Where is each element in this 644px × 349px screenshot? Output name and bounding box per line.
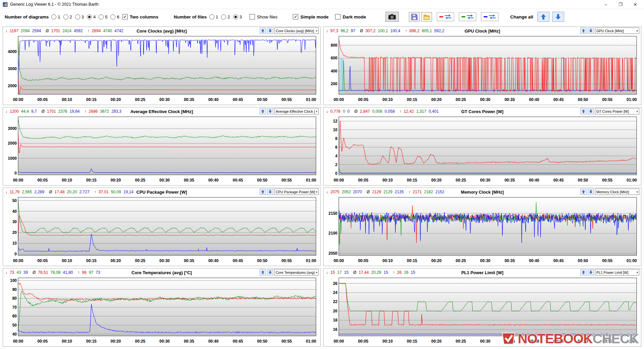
svg-text:01:00: 01:00: [306, 97, 316, 102]
metric-dropdown[interactable]: GT Cores Power [W] ▾: [595, 108, 639, 114]
files-radio-3[interactable]: 3: [233, 14, 242, 19]
stat-max-file2: 97: [89, 270, 93, 275]
chart-panel-controls: Core Clocks (avg) [MHz] ▾: [260, 28, 319, 34]
chevron-down-icon: ▾: [636, 29, 638, 33]
svg-text:00:10: 00:10: [382, 97, 393, 102]
svg-text:6: 6: [335, 145, 337, 150]
diagrams-radio-1[interactable]: 1: [51, 14, 60, 19]
chart-panel-header: ↓ 0,778 0 0 Ø 2,847 0,008 0,058 ↑ 12,42 …: [325, 108, 639, 115]
average-symbol: Ø: [367, 190, 370, 194]
check-icon: ✓: [123, 15, 127, 19]
svg-text:80: 80: [12, 296, 17, 301]
svg-text:00:55: 00:55: [602, 178, 612, 183]
two-columns-checkbox[interactable]: ✓ Two columns: [122, 14, 158, 19]
diagrams-radio-5[interactable]: 5: [99, 14, 107, 19]
radio-circle: [110, 14, 115, 19]
screenshot-button[interactable]: [385, 12, 399, 22]
svg-text:00:55: 00:55: [602, 97, 612, 102]
svg-text:00:40: 00:40: [208, 339, 219, 344]
show-files-checkbox[interactable]: ✓ Show files: [250, 14, 278, 19]
move-chart-down-button[interactable]: [267, 108, 273, 114]
avg-stats-group: Ø 307,2 100,1 100,4: [360, 29, 400, 33]
svg-text:00:25: 00:25: [135, 97, 146, 102]
simple-mode-checkbox[interactable]: ✓ Simple mode: [293, 14, 328, 19]
move-chart-down-button[interactable]: [588, 28, 594, 34]
swap-file2-color-button[interactable]: [459, 12, 476, 21]
min-arrow-icon: ↓: [5, 29, 7, 33]
close-button[interactable]: ✕: [628, 0, 643, 9]
svg-text:00:35: 00:35: [504, 339, 515, 344]
max-stats-group: ↑ 2694 4740 4742: [88, 29, 123, 33]
svg-text:00:00: 00:00: [334, 258, 344, 263]
svg-text:00:40: 00:40: [529, 178, 539, 183]
files-radio-2[interactable]: 2: [221, 14, 230, 19]
stat-max-file3: 293,3: [111, 109, 121, 114]
move-chart-down-button[interactable]: [588, 269, 594, 276]
stat-avg-file2: 20,20: [67, 190, 77, 194]
metric-dropdown[interactable]: Memory Clock [MHz] ▾: [595, 189, 639, 195]
svg-text:40: 40: [12, 332, 17, 337]
svg-text:00:45: 00:45: [233, 339, 243, 344]
move-chart-down-button[interactable]: [588, 189, 594, 195]
svg-text:00:45: 00:45: [233, 178, 243, 183]
metric-dropdown[interactable]: Core Temperatures (avg) [°C] ▾: [274, 269, 319, 276]
stat-min-file2: 44,4: [21, 109, 29, 114]
metric-dropdown[interactable]: Average Effective Clock [MHz] ▾: [274, 108, 319, 114]
metric-dropdown-value: Average Effective Clock [MHz]: [276, 109, 315, 113]
move-chart-up-button[interactable]: [260, 108, 266, 114]
move-chart-down-button[interactable]: [588, 108, 594, 114]
stat-max-file2: 2182: [424, 190, 433, 194]
svg-text:00:20: 00:20: [431, 178, 442, 183]
save-button[interactable]: [409, 12, 420, 21]
move-chart-down-button[interactable]: [267, 269, 273, 276]
max-arrow-icon: ↑: [409, 190, 411, 194]
metric-dropdown-value: Memory Clock [MHz]: [596, 190, 636, 194]
max-stats-group: ↑ 2171 2182 2152: [409, 190, 444, 194]
svg-text:00:50: 00:50: [257, 97, 268, 102]
chart-panel-header: ↓ 11,79 2,565 2,289 Ø 17,48 20,20 2,727 …: [5, 188, 319, 196]
svg-text:00:40: 00:40: [529, 339, 539, 344]
diagrams-radio-2[interactable]: 2: [63, 14, 72, 19]
diagrams-radio-4[interactable]: 4: [87, 14, 96, 19]
radio-circle: [51, 14, 56, 19]
swap-file1-color-button[interactable]: [437, 12, 454, 21]
diagrams-radio-3[interactable]: 3: [75, 14, 84, 19]
chevron-down-icon: ▾: [636, 110, 638, 113]
move-chart-down-button[interactable]: [267, 28, 273, 34]
change-all-up-button[interactable]: [537, 12, 549, 22]
min-arrow-icon: ↓: [5, 270, 7, 275]
radio-circle: [99, 14, 104, 19]
open-folder-button[interactable]: [421, 12, 432, 21]
maximize-button[interactable]: ❐: [613, 0, 628, 9]
stat-avg-file1: 1701: [47, 109, 56, 114]
minimize-button[interactable]: –: [598, 0, 613, 9]
arrow-up-icon: [581, 190, 586, 194]
move-chart-up-button[interactable]: [260, 28, 266, 34]
dark-mode-checkbox[interactable]: ✓ Dark mode: [335, 14, 366, 19]
metric-dropdown[interactable]: GPU Clock [MHz] ▾: [595, 28, 639, 34]
arrow-down-icon: [555, 13, 561, 20]
move-chart-up-button[interactable]: [260, 189, 266, 195]
avg-stats-group: Ø 2,847 0,008 0,058: [354, 109, 394, 114]
move-chart-up-button[interactable]: [580, 108, 587, 114]
metric-dropdown[interactable]: PL1 Power Limit [W] ▾: [595, 269, 639, 276]
files-radio-1[interactable]: 1: [209, 14, 218, 19]
svg-text:00:55: 00:55: [281, 258, 292, 263]
move-chart-down-button[interactable]: [267, 189, 273, 195]
diagrams-radio-group: 1 2 3 4 5 6: [51, 14, 122, 19]
svg-text:2050: 2050: [328, 251, 337, 256]
svg-text:16: 16: [333, 327, 338, 332]
move-chart-up-button[interactable]: [580, 28, 587, 34]
metric-dropdown[interactable]: Core Clocks (avg) [MHz] ▾: [274, 28, 319, 34]
svg-text:00:45: 00:45: [233, 97, 243, 102]
stat-min-file3: 9,7: [31, 109, 37, 114]
diagrams-radio-6[interactable]: 6: [110, 14, 119, 19]
swap-file3-color-button[interactable]: [481, 12, 498, 21]
metric-dropdown[interactable]: CPU Package Power [W] ▾: [274, 189, 319, 195]
move-chart-up-button[interactable]: [580, 269, 587, 276]
arrow-up-icon: [261, 270, 265, 275]
move-chart-up-button[interactable]: [260, 269, 266, 276]
move-chart-up-button[interactable]: [580, 189, 587, 195]
svg-text:00:10: 00:10: [62, 339, 72, 344]
change-all-down-button[interactable]: [552, 12, 564, 22]
